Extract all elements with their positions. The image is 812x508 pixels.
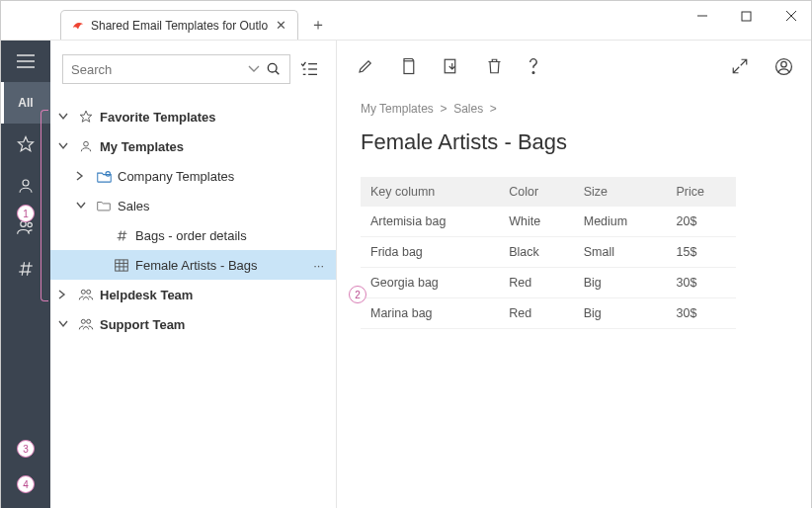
callout-1-bracket <box>41 110 48 301</box>
tab-title: Shared Email Templates for Outlo <box>91 19 268 33</box>
tree-item-bags-order[interactable]: Bags - order details <box>50 220 336 250</box>
search-icon[interactable] <box>266 61 282 77</box>
tab-close-icon[interactable]: ✕ <box>274 18 287 33</box>
svg-point-10 <box>28 222 32 226</box>
svg-line-30 <box>119 230 121 240</box>
svg-point-27 <box>106 171 111 176</box>
browser-tab[interactable]: Shared Email Templates for Outlo ✕ <box>60 10 298 40</box>
svg-point-38 <box>87 290 91 294</box>
import-icon[interactable] <box>443 57 460 75</box>
toolbar <box>337 41 812 92</box>
svg-point-43 <box>532 72 534 74</box>
svg-rect-32 <box>116 259 128 270</box>
chevron-down-icon <box>58 142 72 150</box>
breadcrumb-item[interactable]: My Templates <box>361 102 434 116</box>
column-header[interactable]: Size <box>574 177 667 207</box>
help-icon[interactable] <box>528 57 538 75</box>
titlebar: Shared Email Templates for Outlo ✕ ＋ <box>1 1 812 41</box>
right-pane: My Templates > Sales > Female Artists - … <box>337 41 812 508</box>
tree-item-sales[interactable]: Sales <box>50 191 336 220</box>
svg-point-18 <box>268 63 277 72</box>
account-icon[interactable] <box>774 57 793 76</box>
tree-item-company[interactable]: Company Templates <box>50 161 336 191</box>
svg-rect-1 <box>742 12 751 21</box>
checklist-icon[interactable] <box>300 61 324 77</box>
tree-item-support[interactable]: Support Team <box>50 309 336 339</box>
svg-point-45 <box>781 61 787 67</box>
column-header[interactable]: Price <box>666 177 736 207</box>
tree-item-favorite[interactable]: Favorite Templates <box>50 102 336 131</box>
table-icon <box>114 259 129 272</box>
svg-line-13 <box>22 262 24 276</box>
star-outline-icon <box>78 110 94 124</box>
svg-line-19 <box>276 71 279 74</box>
page-title: Female Artists - Bags <box>361 129 789 155</box>
team-icon <box>78 288 94 301</box>
column-header[interactable]: Color <box>499 177 574 207</box>
item-more-icon[interactable]: ··· <box>309 258 328 273</box>
window-maximize-button[interactable] <box>724 1 769 31</box>
delete-icon[interactable] <box>486 57 503 75</box>
table-row[interactable]: Frida bag Black Small 15$ <box>361 237 736 268</box>
app-logo-icon <box>71 19 85 33</box>
svg-point-26 <box>84 141 89 146</box>
table-row[interactable]: Georgia bag Red Big 30$ <box>361 268 736 298</box>
chevron-right-icon <box>58 290 72 299</box>
column-header[interactable]: Key column <box>361 177 499 207</box>
svg-marker-25 <box>80 111 92 122</box>
breadcrumb-item[interactable]: Sales <box>453 102 483 116</box>
window-close-button[interactable] <box>769 1 812 31</box>
svg-point-8 <box>23 180 29 186</box>
search-dropdown-icon[interactable] <box>248 65 260 73</box>
copy-icon[interactable] <box>400 57 417 75</box>
tree-item-female-bags[interactable]: Female Artists - Bags ··· <box>50 250 336 280</box>
expand-icon[interactable] <box>731 57 749 75</box>
chevron-right-icon <box>76 171 90 181</box>
tree-item-helpdesk[interactable]: Helpdesk Team <box>50 280 336 309</box>
left-pane: Favorite Templates My Templates Company … <box>50 41 337 508</box>
hamburger-icon[interactable] <box>1 41 50 82</box>
tree-item-my[interactable]: My Templates <box>50 131 336 161</box>
chevron-down-icon <box>76 202 90 210</box>
person-icon <box>78 139 94 153</box>
callout-3: 3 <box>17 440 35 458</box>
company-folder-icon <box>96 170 112 183</box>
hash-icon <box>114 229 129 242</box>
data-table: Key column Color Size Price Artemisia ba… <box>361 177 736 329</box>
callout-2: 2 <box>349 286 366 303</box>
breadcrumb: My Templates > Sales > <box>361 102 789 116</box>
svg-rect-41 <box>404 61 414 74</box>
table-row[interactable]: Marina bag Red Big 30$ <box>361 298 736 329</box>
team-icon <box>78 317 94 331</box>
search-box[interactable] <box>62 54 290 84</box>
folder-icon <box>96 200 112 212</box>
window-minimize-button[interactable] <box>680 1 724 31</box>
new-tab-button[interactable]: ＋ <box>304 12 332 40</box>
svg-line-31 <box>122 230 124 240</box>
svg-point-37 <box>81 290 85 294</box>
svg-line-14 <box>28 262 30 276</box>
svg-point-39 <box>81 319 85 323</box>
callout-1: 1 <box>17 205 35 222</box>
chevron-down-icon <box>58 320 72 328</box>
chevron-down-icon <box>58 113 72 121</box>
callout-4: 4 <box>17 475 35 493</box>
svg-point-40 <box>87 319 91 323</box>
search-input[interactable] <box>71 62 242 77</box>
svg-marker-7 <box>19 137 34 151</box>
template-tree: Favorite Templates My Templates Company … <box>50 98 336 343</box>
edit-icon[interactable] <box>357 57 374 75</box>
table-row[interactable]: Artemisia bag White Medium 20$ <box>361 207 736 237</box>
